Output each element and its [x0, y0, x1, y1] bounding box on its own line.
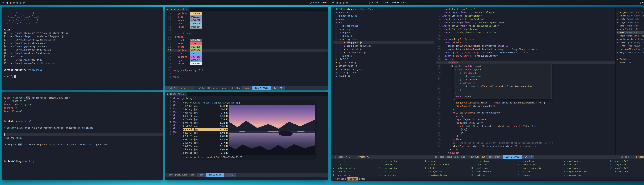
startify-entry[interactable]: [5] ◆ ~/.config/polybar/modules.ini [4, 48, 163, 51]
explorer-root[interactable]: ▾ [FILE]: blog /home/chris/Rep [333, 7, 434, 11]
explorer-folder[interactable]: │ ▸ ■ pages [333, 31, 434, 34]
file-row[interactable]: ad6v9Oy.jpg3.05 M [183, 148, 228, 151]
vim-markdown-post[interactable]: ---title: Alacritty GPU Accelerated Term… [2, 92, 163, 180]
file-row[interactable]: 24LrDFQ.jpg1.7 M [183, 141, 228, 145]
workspace-list[interactable]: ❖ ◉ ● ● ● [330, 1, 350, 4]
line-number: 42 [436, 145, 440, 148]
explorer-folder[interactable]: │ ▸ ■ images [333, 27, 434, 31]
startify-entry[interactable]: [1] ◆ ~/Repos/blog/src/templates/blog-po… [4, 35, 163, 38]
explorer-file[interactable]: {} package.json [333, 71, 434, 74]
explorer-folder[interactable]: │ ▾ ■ templates [333, 37, 434, 41]
explorer-file[interactable]: {} package-lock.json [333, 68, 434, 71]
vista-symbol[interactable]: ƒ tags.map() callback Functi… [617, 48, 644, 51]
vim-aliases-zsh[interactable]: aliases.zsh ⚙ 7alias lg='lazygit'6ali5al… [165, 92, 328, 180]
vista-symbol[interactable]: ƒ BlogPost Function:10 [617, 11, 644, 14]
which-key-column[interactable]: j → float jumpl → code lensN → next erro… [472, 159, 518, 177]
file-manager-float[interactable]: chris@machine ~/Pics/wallpapers/6QbF0pb.… [182, 100, 317, 160]
tabline[interactable]: alacritty.yml ⚙ [165, 7, 328, 11]
file-row[interactable]: 3JWY37f.jpg1.31 M [183, 104, 228, 108]
vista-symbol[interactable]: ▪ Variable [617, 58, 644, 61]
explorer-file[interactable]: ◆ gatsby-config.js [333, 61, 434, 64]
startify-entry[interactable]: [2] ◆ ~/.config/alacritty/alacritty.yml [4, 38, 163, 41]
which-key-column[interactable]: U → update CoCv → tag viewerZ → enable C… [610, 159, 644, 177]
property-icon: ▪ [617, 34, 620, 37]
explorer-file[interactable]: │ │ ◆ blog-post.module.le [333, 44, 434, 48]
vista-outline[interactable]: ƒ BlogPost Function:10▪ thumbnail Variab… [616, 7, 644, 155]
which-key-column[interactable]: F → formatf → format selectedh → hideI →… [425, 159, 472, 177]
startify-entry[interactable]: [9] ◆ ~/.config/nvim/coc-settings.json [4, 61, 163, 65]
vista-symbol[interactable]: ▪ tags Variable:14 [617, 24, 644, 27]
file-row[interactable]: 4b0RVJa.jpg943 K [183, 111, 228, 114]
code-pane[interactable]: 1import React from "react"2import Layout… [434, 7, 616, 155]
nvim-ide-window[interactable]: ▾ [FILE]: blog /home/chris/Rep ▸ ■ conte… [331, 7, 644, 181]
startify-entry[interactable]: [7] ◆ ~/.zshrc [4, 55, 163, 58]
row: 33font: [167, 75, 328, 79]
tab-aliases-zsh[interactable]: aliases.zsh ⚙ [165, 92, 187, 96]
token: → [519, 170, 523, 173]
file-row[interactable]: aghr5Ip.jpg249 K [183, 151, 228, 155]
json-file-icon: {} [336, 68, 340, 71]
line-number: 26 [436, 91, 440, 94]
row[interactable]: ❖ ◉ ● ● ● [332, 1, 348, 4]
vista-symbol[interactable]: ▪ __html Property:29 [617, 44, 644, 48]
vista-symbol[interactable]: ▪ image Variable:14 [617, 21, 644, 24]
startify-buffer: _ _ _____/ /_ _____(_)____ / ___/ __ \/ … [2, 7, 163, 90]
vista-symbol[interactable]: ▪ marginLeft Property:36 [617, 51, 644, 54]
vista-symbol[interactable]: ▪ prev Variable:15 [617, 27, 644, 31]
startify-entry[interactable]: [0] ◆ ~/Repos/blog/content/Linux/06-alac… [4, 31, 163, 35]
workspace-list[interactable]: ❖ ◉ ● ● ● ● ● [0, 1, 27, 4]
token: q [518, 170, 519, 173]
vista-symbol-selected[interactable]: ▪ next Variable:15 [617, 31, 644, 34]
file-row[interactable]: 4Y6C0JV.jpg539 K [183, 118, 228, 121]
vista-symbol[interactable]: ▪ backgroundColor Propert… [617, 37, 644, 41]
explorer-folder[interactable]: ▸ ■ node_modules [333, 14, 434, 17]
which-key-column[interactable]: . → config; → refactorA → selected actio… [332, 159, 379, 177]
file-row[interactable]: 84PDl3F.jpg3.51 M [183, 114, 228, 118]
startify-entry[interactable]: [8] ◆ ~/.local/bin/rofi-menu [4, 58, 163, 61]
file-row[interactable]: 07nEzQ3.jpg1.86 M [183, 135, 228, 138]
explorer-folder[interactable]: │ ▸ ■ style [333, 34, 434, 37]
vista-symbol[interactable]: ▪ backgroundColor Propert… [617, 34, 644, 37]
vim-alacritty-yml[interactable]: alacritty.yml ⚙ 14 yellow: '#EBCB8B'15 b… [165, 7, 328, 90]
startify-entry[interactable]: [6] ◆ ~/.config/polybar/config.ini [4, 51, 163, 55]
explorer-file[interactable]: ◆ LICENSE [333, 58, 434, 61]
startify-entry[interactable]: [3] ◆ ~/.config/zsh/aliases.zsh [4, 41, 163, 45]
file-row-selected[interactable]: 6QbF0pb.jpg4.14 M [183, 128, 228, 131]
file-row[interactable]: 9hMxcHr.jpg2.41 M [183, 138, 228, 141]
file-row[interactable]: 3UwJhbg.jpg680 K [183, 108, 228, 111]
explorer-folder[interactable]: ▸ ■ content [333, 11, 434, 14]
explorer-file[interactable]: │ │ ◆ tag-template.js [333, 51, 434, 54]
tab-alacritty-yml[interactable]: alacritty.yml ⚙ [165, 7, 189, 11]
row: 27 magenta: '#c678dd' [167, 55, 328, 59]
vista-symbol[interactable]: ▪ thumbnail Variable:11 [617, 14, 644, 17]
vista-symbol[interactable]: ▪ title Variable:14 [617, 17, 644, 21]
token: ] [22, 110, 24, 113]
explorer-file[interactable]: ◆ README.md [333, 74, 434, 78]
now-playing[interactable]: ♫ America - A Horse with No Name [366, 0, 410, 5]
explorer-file[interactable]: ◆ gatsby-node.js [333, 64, 434, 68]
file-row[interactable]: 6zS17Sj.jpg4.96 M [183, 131, 228, 135]
which-key-column[interactable]: o → open linkP → prev errorp → prev diag… [518, 159, 564, 177]
file-row[interactable]: 30iNVBw.jpg3.11 M [183, 145, 228, 148]
vista-symbol[interactable]: default:48 [617, 61, 644, 64]
explorer-folder[interactable]: ▾ ■ src [333, 21, 434, 24]
coc-explorer[interactable]: ▾ [FILE]: blog /home/chris/Rep ▸ ■ conte… [331, 7, 434, 155]
file-row[interactable]: 6LibVNY.jpg2.06 M [183, 124, 228, 128]
file-row[interactable]: 5oXQT7g.jpg1.22 M [183, 121, 228, 124]
explorer-folder[interactable]: ▸ ■ public [333, 17, 434, 21]
token: React [450, 7, 460, 11]
wallpaper-file-list[interactable]: 3JWY37f.jpg1.31 M3UwJhbg.jpg680 K4b0RVJa… [183, 104, 228, 156]
explorer-file[interactable]: │ │ ◆ post-list.js [333, 48, 434, 51]
explorer-folder[interactable]: │ ▸ ■ utils [333, 54, 434, 58]
startify-entry[interactable]: [4] ◆ ~/.config/picom/picom.conf [4, 45, 163, 48]
terminal-startify[interactable]: _ _ _____/ /_ _____(_)____ / ___/ __ \/ … [2, 7, 163, 90]
vista-symbol[interactable]: ▪ textAlign Property:25 [617, 41, 644, 44]
explorer-file-current[interactable]: │ │ ◆ blog-post.jsℹ [333, 41, 434, 44]
row[interactable]: ❖ ◉ ● ● ● ● ● [2, 1, 25, 4]
explorer-folder[interactable]: │ ▸ ■ components [333, 24, 434, 27]
which-key-column[interactable]: b → next actionc → commandsD → declarati… [379, 159, 425, 177]
line-number: 5 [436, 21, 440, 24]
which-key-column[interactable]: r → referencesS → snippetss → references… [564, 159, 610, 177]
token: '#B48EAD' [190, 18, 202, 22]
tabline[interactable]: aliases.zsh ⚙ [165, 92, 328, 96]
